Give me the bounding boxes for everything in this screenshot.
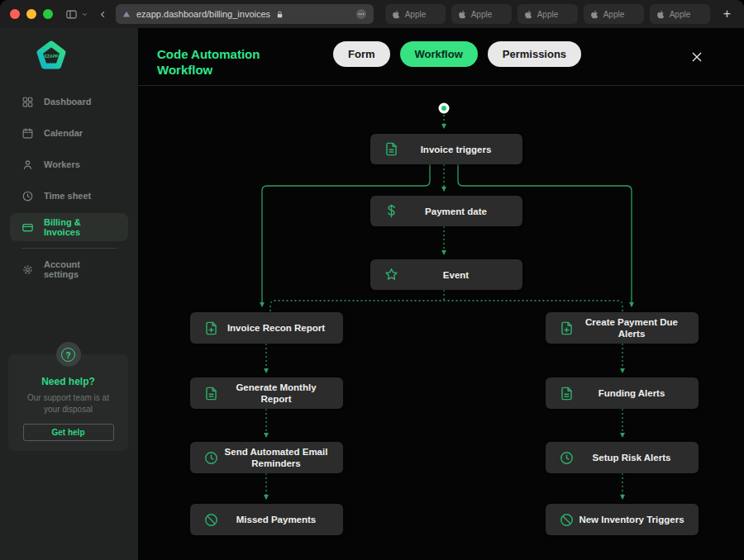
flow-node-create-payment-due-alerts[interactable]: Create Payment Due Alerts (546, 312, 699, 344)
sidebar-item-time-sheet[interactable]: Time sheet (10, 182, 128, 210)
close-icon[interactable] (688, 49, 706, 67)
browser-window: ezapp.dashboard/billing_invoices Apple A… (0, 0, 744, 560)
flow-node-label: Setup Risk Alerts (575, 452, 689, 463)
main-panel: Code Automation Workflow Form Workflow P… (138, 28, 744, 560)
flow-node-label: Generate Monthly Report (219, 382, 333, 405)
new-tab-button[interactable]: + (720, 7, 734, 21)
browser-tab[interactable]: Apple (650, 4, 710, 24)
sidebar-item-label: Billing & Invoices (44, 217, 117, 237)
workflow-header: Code Automation Workflow Form Workflow P… (138, 28, 744, 86)
flow-node-label: Create Payment Due Alerts (575, 316, 689, 339)
sidebar-item-dashboard[interactable]: Dashboard (10, 88, 128, 116)
calendar-icon (21, 127, 34, 140)
sidebar-item-calendar[interactable]: Calendar (10, 119, 128, 147)
tab-label: Apple (537, 10, 559, 19)
billing-card-icon (21, 221, 34, 234)
clock-icon (203, 450, 219, 466)
tab-label: Apple (603, 10, 625, 19)
tab-strip: Apple Apple Apple Apple Apple (385, 4, 710, 24)
browser-tab[interactable]: Apple (451, 4, 512, 24)
start-dot[interactable] (439, 103, 450, 114)
get-help-button[interactable]: Get help (23, 424, 114, 441)
tab-workflow[interactable]: Workflow (400, 41, 478, 67)
close-window-button[interactable] (10, 9, 20, 19)
flow-node-payment-date[interactable]: Payment date (370, 196, 522, 226)
minimize-window-button[interactable] (26, 9, 36, 19)
sidebar-item-label: Calendar (44, 128, 83, 138)
site-icon (122, 9, 131, 19)
flow-node-funding-alerts[interactable]: Funding Alerts (546, 377, 699, 409)
file-plus-icon (559, 320, 575, 336)
flow-node-missed-payments[interactable]: Missed Payments (190, 504, 343, 535)
flow-node-label: Payment date (399, 206, 513, 217)
page-title: Code Automation Workflow (157, 46, 293, 78)
sidebar-item-label: Dashboard (44, 97, 91, 107)
flow-node-label: Funding Alerts (575, 387, 689, 399)
question-bubble: ? (56, 342, 81, 367)
dashboard-grid-icon (21, 96, 34, 108)
back-button[interactable] (98, 9, 107, 20)
browser-tab[interactable]: Apple (517, 4, 578, 24)
sidebar-item-account-settings[interactable]: Account settings (10, 255, 128, 283)
tab-label: Apple (405, 10, 427, 19)
sidebar-item-billing-invoices[interactable]: Billing & Invoices (10, 213, 128, 241)
sidebar-divider (21, 248, 117, 249)
star-icon (384, 267, 399, 282)
flow-node-label: Missed Payments (219, 514, 333, 525)
ezapp-logo: EZAPP (35, 40, 68, 73)
file-text-icon (384, 141, 399, 157)
zoom-window-button[interactable] (43, 9, 53, 19)
sidebar: EZAPP Dashboard Calendar Workers (0, 28, 138, 560)
browser-toolbar: ezapp.dashboard/billing_invoices Apple A… (0, 0, 744, 28)
lock-icon (275, 10, 284, 19)
file-text-icon (559, 386, 575, 401)
flow-node-invoice-triggers[interactable]: Invoice triggers (370, 134, 522, 164)
flow-node-new-inventory-triggers[interactable]: New Inventory Triggers (546, 504, 699, 535)
flow-node-event[interactable]: Event (370, 259, 522, 290)
flow-node-label: New Inventory Triggers (575, 514, 689, 525)
ellipsis-button[interactable] (355, 7, 368, 21)
sidebar-nav: Dashboard Calendar Workers Time sheet Bi… (0, 78, 138, 283)
ban-icon (559, 512, 575, 528)
chevron-down-icon[interactable] (81, 11, 88, 18)
tab-form[interactable]: Form (333, 41, 390, 67)
file-plus-icon (203, 320, 219, 336)
flow-node-generate-monthly-report[interactable]: Generate Monthly Report (190, 377, 343, 409)
help-title: Need help? (17, 376, 120, 387)
flow-node-send-automated-email-reminders[interactable]: Send Automated Email Reminders (190, 442, 343, 473)
logo-text: EZAPP (45, 54, 59, 59)
sidebar-item-label: Time sheet (44, 191, 91, 201)
sidebar-toggle-icon[interactable] (64, 8, 79, 21)
workflow-connectors (138, 28, 744, 560)
sidebar-item-workers[interactable]: Workers (10, 150, 128, 178)
address-bar[interactable]: ezapp.dashboard/billing_invoices (116, 4, 374, 24)
ban-icon (203, 512, 219, 528)
flow-node-label: Invoice triggers (399, 144, 513, 155)
clock-icon (559, 450, 575, 466)
help-card: ? Need help? Our support team is at your… (8, 354, 128, 451)
file-text-icon (203, 386, 219, 401)
dollar-icon (384, 203, 399, 219)
gear-icon (21, 263, 34, 276)
sidebar-item-label: Account settings (44, 259, 117, 279)
flow-node-setup-risk-alerts[interactable]: Setup Risk Alerts (546, 442, 699, 473)
view-switcher: Form Workflow Permissions (333, 41, 581, 67)
help-subtitle: Our support team is at your disposal (21, 392, 115, 415)
tab-permissions[interactable]: Permissions (488, 41, 581, 67)
question-mark-icon: ? (61, 348, 75, 362)
person-icon (21, 159, 34, 171)
window-controls (10, 9, 53, 19)
browser-tab[interactable]: Apple (584, 4, 644, 24)
browser-tab[interactable]: Apple (385, 4, 446, 24)
flow-node-label: Send Automated Email Reminders (219, 446, 333, 469)
clock-icon (21, 190, 34, 202)
flow-node-invoice-recon-report[interactable]: Invoice Recon Report (190, 312, 343, 344)
flow-node-label: Invoice Recon Report (219, 322, 333, 334)
sidebar-item-label: Workers (44, 159, 80, 169)
url-text: ezapp.dashboard/billing_invoices (136, 9, 270, 19)
flow-node-label: Event (399, 269, 513, 281)
tab-label: Apple (670, 10, 691, 19)
tab-label: Apple (471, 10, 493, 19)
